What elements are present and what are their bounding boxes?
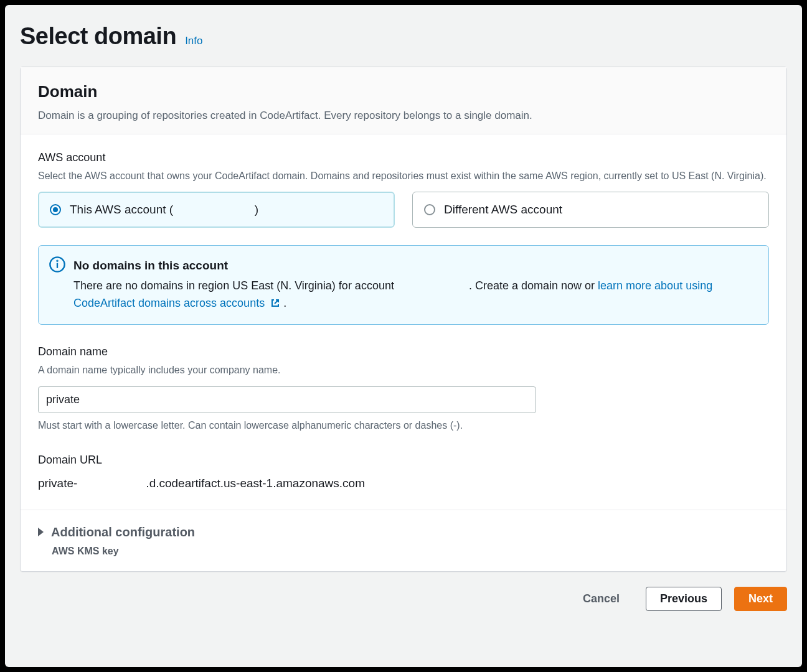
radio-unselected-icon <box>424 204 435 215</box>
footer-actions: Cancel Previous Next <box>20 587 787 611</box>
domain-panel-title: Domain <box>38 80 769 104</box>
caret-right-icon <box>38 528 44 536</box>
domain-panel-header: Domain Domain is a grouping of repositor… <box>21 67 786 134</box>
domain-name-input[interactable] <box>38 386 536 413</box>
domain-name-section: Domain name A domain name typically incl… <box>38 343 769 432</box>
cancel-button[interactable]: Cancel <box>569 587 633 610</box>
additional-config-expander[interactable]: Additional configuration AWS KMS key <box>21 510 786 571</box>
radio-this-account-suffix: ) <box>255 203 258 216</box>
page-container: Select domain Info Domain Domain is a gr… <box>5 5 802 667</box>
domain-name-help: A domain name typically includes your co… <box>38 363 769 377</box>
radio-this-account-label: This AWS account ( ) <box>70 201 258 219</box>
next-button[interactable]: Next <box>734 587 787 611</box>
external-link-icon <box>270 296 280 314</box>
additional-config-subtitle: AWS KMS key <box>52 544 769 559</box>
aws-account-options: This AWS account ( ) Different AWS accou… <box>38 192 769 228</box>
alert-body: There are no domains in region US East (… <box>73 278 756 314</box>
aws-account-section: AWS account Select the AWS account that … <box>38 149 769 228</box>
aws-account-help: Select the AWS account that owns your Co… <box>38 169 769 183</box>
additional-config-title: Additional configuration <box>51 523 195 541</box>
domain-panel: Domain Domain is a grouping of repositor… <box>20 67 787 572</box>
alert-body-2: . Create a domain now or <box>469 279 598 292</box>
radio-different-account-label: Different AWS account <box>444 201 562 219</box>
svg-point-2 <box>57 261 57 261</box>
page-title: Select domain <box>20 19 176 54</box>
domain-url-value: private-.d.codeartifact.us-east-1.amazon… <box>38 475 769 493</box>
radio-selected-icon <box>50 204 61 215</box>
radio-this-account-prefix: This AWS account ( <box>70 203 173 216</box>
domain-url-label: Domain URL <box>38 452 769 469</box>
additional-config-row: Additional configuration <box>38 523 769 541</box>
aws-account-label: AWS account <box>38 149 769 166</box>
no-domains-alert: No domains in this account There are no … <box>38 245 769 325</box>
previous-button[interactable]: Previous <box>646 587 722 611</box>
alert-body-1: There are no domains in region US East (… <box>73 279 397 292</box>
domain-name-constraint: Must start with a lowercase letter. Can … <box>38 418 769 433</box>
alert-title: No domains in this account <box>73 257 756 275</box>
domain-panel-body: AWS account Select the AWS account that … <box>21 134 786 511</box>
domain-url-prefix: private- <box>38 477 77 490</box>
info-link[interactable]: Info <box>185 33 202 49</box>
info-icon <box>49 256 66 273</box>
radio-this-account[interactable]: This AWS account ( ) <box>38 192 395 228</box>
page-header: Select domain Info <box>20 19 787 54</box>
domain-url-section: Domain URL private-.d.codeartifact.us-ea… <box>38 452 769 493</box>
domain-panel-subtitle: Domain is a grouping of repositories cre… <box>38 108 769 124</box>
domain-name-label: Domain name <box>38 343 769 360</box>
radio-different-account[interactable]: Different AWS account <box>412 192 769 228</box>
alert-body-3: . <box>283 297 286 309</box>
domain-url-suffix: .d.codeartifact.us-east-1.amazonaws.com <box>146 477 365 490</box>
